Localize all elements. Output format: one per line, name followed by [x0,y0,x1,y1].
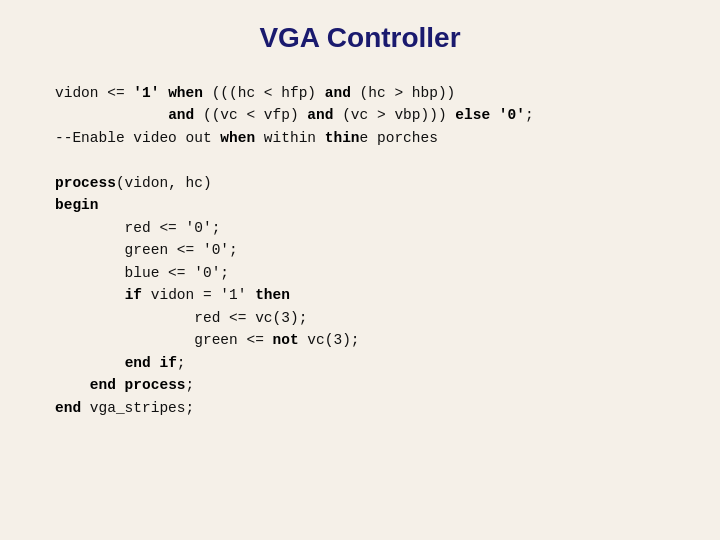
code-line-8: green <= '0'; [55,242,238,258]
code-line-5: process(vidon, hc) [55,175,212,191]
code-line-13: end if; [55,355,186,371]
slide-title: VGA Controller [259,22,460,54]
code-line-10: if vidon = '1' then [55,287,290,303]
code-line-7: red <= '0'; [55,220,220,236]
code-block: vidon <= '1' when (((hc < hfp) and (hc >… [55,82,695,419]
slide-container: VGA Controller vidon <= '1' when (((hc <… [0,0,720,540]
code-line-3: --Enable video out when within thine por… [55,130,438,146]
code-line-15: end vga_stripes; [55,400,194,416]
code-line-12: green <= not vc(3); [55,332,360,348]
code-line-6: begin [55,197,99,213]
code-line-2: and ((vc < vfp) and (vc > vbp))) else '0… [55,107,534,123]
code-line-14: end process; [55,377,194,393]
code-line-1: vidon <= '1' when (((hc < hfp) and (hc >… [55,85,455,101]
code-line-9: blue <= '0'; [55,265,229,281]
code-line-11: red <= vc(3); [55,310,307,326]
